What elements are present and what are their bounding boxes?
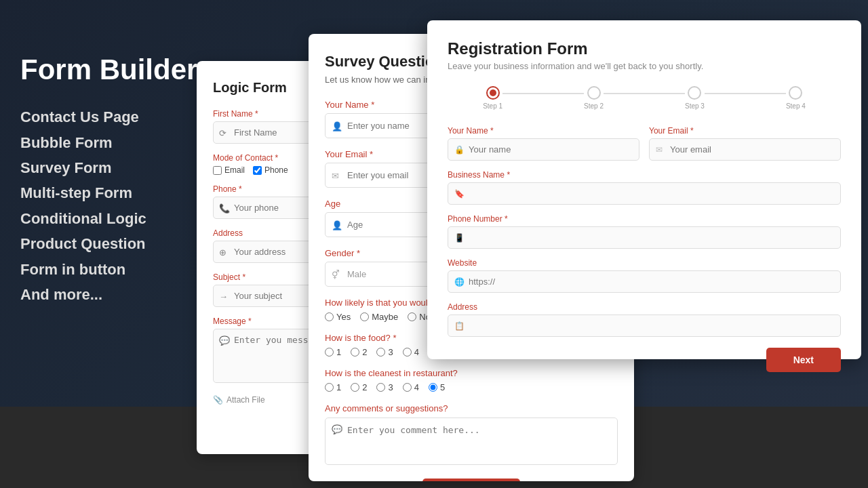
clean-3[interactable]: 3	[376, 382, 393, 392]
reg-website-input[interactable]	[448, 270, 841, 293]
reg-website-label: Website	[448, 258, 841, 268]
step-2-circle	[587, 86, 601, 100]
reg-email-input[interactable]	[649, 138, 841, 161]
clean-2[interactable]: 2	[351, 382, 367, 392]
reg-address-input[interactable]	[448, 314, 841, 337]
food-2[interactable]: 2	[351, 347, 367, 357]
reg-business-field: Business Name * 🔖	[448, 170, 841, 205]
feature-item-7: Form in button	[20, 257, 197, 282]
sc-cleanest-group: 1 2 3 4 5	[325, 382, 618, 392]
sc-submit-wrap: Submit	[325, 479, 618, 481]
step-3-circle	[688, 86, 701, 100]
step-3: Step 3	[685, 86, 705, 110]
food-3[interactable]: 3	[376, 347, 393, 357]
email-checkbox[interactable]	[213, 166, 222, 175]
registration-form-card: Registration Form Leave your business in…	[427, 20, 861, 359]
message-icon: 💬	[219, 336, 230, 346]
reg-form-title: Registration Form	[448, 39, 841, 58]
reg-website-field: Website 🌐	[448, 258, 841, 293]
reg-business-label: Business Name *	[448, 170, 841, 180]
sc-comments-label: Any comments or suggestions?	[325, 403, 618, 413]
subject-icon: →	[219, 291, 228, 301]
feature-item-8: And more...	[20, 282, 197, 307]
reg-phone-icon: 📱	[454, 233, 465, 243]
phone-icon: 📞	[219, 203, 230, 213]
reg-name-email-row: Your Name * 🔒 Your Email * ✉	[448, 126, 841, 161]
reg-business-input[interactable]	[448, 182, 841, 205]
feature-item-1: Contact Us Page	[20, 104, 197, 129]
step-4: Step 4	[786, 86, 806, 110]
step-1: Step 1	[483, 86, 502, 110]
reg-email-icon: ✉	[656, 145, 663, 155]
reg-website-wrap: 🌐	[448, 270, 841, 293]
reg-address-field: Address 📋	[448, 302, 841, 337]
feature-item-3: Survey Form	[20, 155, 197, 180]
reg-email-wrap: ✉	[649, 138, 841, 161]
food-4[interactable]: 4	[403, 347, 419, 357]
sc-comment-icon: 💬	[332, 424, 342, 434]
step-line-2	[604, 93, 685, 94]
feature-item-6: Product Question	[20, 231, 197, 256]
reg-address-label: Address	[448, 302, 841, 312]
reg-phone-label: Phone Number *	[448, 214, 841, 224]
clean-1[interactable]: 1	[325, 382, 341, 392]
step-1-label: Step 1	[483, 102, 502, 110]
phone-checkbox[interactable]	[253, 166, 262, 175]
step-4-label: Step 4	[786, 102, 806, 110]
sc-gender-icon: ⚥	[332, 269, 340, 279]
reg-business-row: Business Name * 🔖	[448, 170, 841, 205]
recommend-maybe[interactable]: Maybe	[360, 312, 398, 322]
address-icon: ⊕	[219, 247, 226, 257]
sc-name-icon: 👤	[332, 121, 342, 131]
reg-website-icon: 🌐	[454, 277, 465, 287]
reg-phone-input[interactable]	[448, 226, 841, 249]
reg-name-input[interactable]	[448, 138, 639, 161]
step-4-circle	[789, 86, 802, 100]
reg-address-wrap: 📋	[448, 314, 841, 337]
reg-phone-wrap: 📱	[448, 226, 841, 249]
reg-website-row: Website 🌐	[448, 258, 841, 293]
sc-age-icon: 👤	[332, 220, 342, 230]
reg-next-wrap: Next	[448, 348, 841, 372]
reg-phone-field: Phone Number * 📱	[448, 214, 841, 249]
sc-email-icon: ✉	[332, 170, 339, 180]
clean-5[interactable]: 5	[429, 382, 445, 392]
reg-email-label: Your Email *	[649, 126, 841, 136]
sc-submit-button[interactable]: Submit	[422, 479, 519, 481]
reg-email-field: Your Email * ✉	[649, 126, 841, 161]
step-line-3	[705, 93, 786, 94]
main-title: Form Builder	[20, 54, 197, 85]
step-line-1	[502, 93, 584, 94]
reg-address-icon: 📋	[454, 321, 465, 331]
user-icon: ⟳	[219, 127, 226, 138]
feature-item-5: Conditional Logic	[20, 206, 197, 231]
phone-checkbox-label[interactable]: Phone	[253, 165, 288, 175]
sc-comments-wrap: 💬	[325, 418, 618, 468]
email-checkbox-label[interactable]: Email	[213, 165, 245, 175]
left-panel: Form Builder Contact Us Page Bubble Form…	[20, 54, 197, 307]
reg-name-wrap: 🔒	[448, 138, 639, 161]
paperclip-icon: 📎	[213, 395, 223, 405]
reg-business-wrap: 🔖	[448, 182, 841, 205]
reg-business-icon: 🔖	[454, 189, 465, 199]
reg-name-label: Your Name *	[448, 126, 639, 136]
clean-4[interactable]: 4	[403, 382, 419, 392]
reg-subtitle: Leave your business information and we'l…	[448, 61, 841, 71]
reg-name-icon: 🔒	[454, 145, 465, 155]
sc-comments-input[interactable]	[325, 418, 618, 465]
reg-phone-row: Phone Number * 📱	[448, 214, 841, 249]
reg-next-button[interactable]: Next	[766, 348, 841, 372]
step-2: Step 2	[584, 86, 604, 110]
reg-address-row: Address 📋	[448, 302, 841, 337]
food-1[interactable]: 1	[325, 347, 341, 357]
feature-list: Contact Us Page Bubble Form Survey Form …	[20, 104, 197, 307]
step-3-label: Step 3	[685, 102, 705, 110]
reg-name-field: Your Name * 🔒	[448, 126, 639, 161]
feature-item-2: Bubble Form	[20, 130, 197, 155]
feature-item-4: Multi-step Form	[20, 180, 197, 205]
recommend-yes[interactable]: Yes	[325, 312, 351, 322]
step-1-circle	[486, 86, 500, 100]
step-2-label: Step 2	[584, 102, 604, 110]
stepper: Step 1 Step 2 Step 3 Step 4	[448, 86, 841, 110]
